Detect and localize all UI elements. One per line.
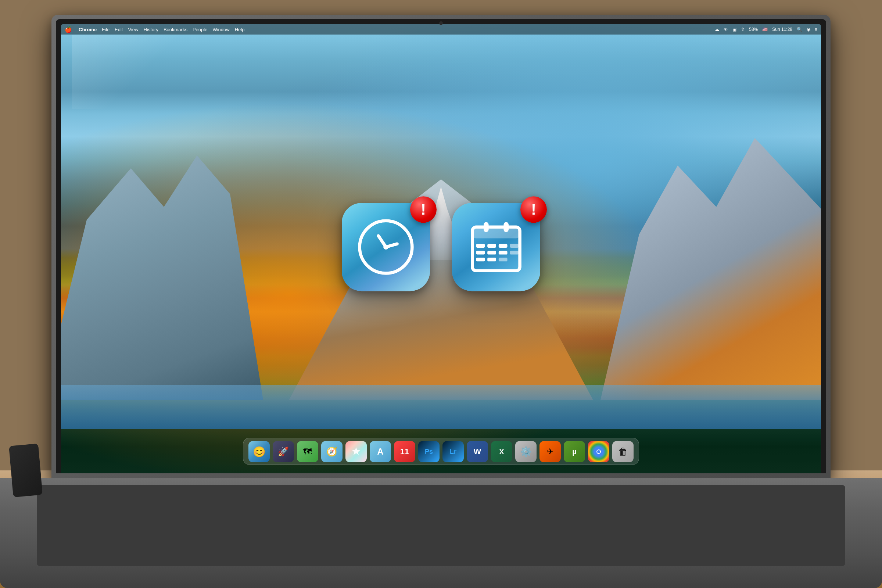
airdrop-icon[interactable]: 👁	[724, 27, 728, 32]
dock: 😊 🚀 🗺 🧭	[243, 438, 639, 465]
menu-help[interactable]: Help	[235, 27, 245, 32]
clock-app-icon[interactable]: !	[342, 203, 430, 291]
svg-rect-18	[499, 258, 507, 261]
screen: 🍎 Chrome File Edit View History Bookmark…	[61, 24, 821, 473]
svg-rect-6	[484, 222, 489, 232]
dock-system-prefs[interactable]: ⚙️	[515, 441, 537, 462]
svg-rect-8	[476, 244, 485, 248]
dock-maps[interactable]: 🗺	[297, 441, 318, 462]
mirroring-icon[interactable]: ▣	[732, 27, 736, 32]
app-name[interactable]: Chrome	[79, 27, 97, 32]
camera	[439, 21, 443, 25]
dock-finder[interactable]: 😊	[248, 441, 270, 462]
menu-view[interactable]: View	[128, 27, 138, 32]
svg-rect-17	[487, 258, 496, 261]
keyboard[interactable]	[37, 485, 845, 566]
calendar-notification-badge: !	[520, 196, 547, 223]
calendar-app-icon[interactable]: !	[452, 203, 540, 291]
dock-launchpad[interactable]: 🚀	[273, 441, 294, 462]
dock-excel[interactable]: X	[491, 441, 512, 462]
dock-photoshop[interactable]: Ps	[418, 441, 440, 462]
dock-calendar[interactable]: 11	[394, 441, 415, 462]
svg-rect-5	[472, 227, 520, 238]
svg-rect-9	[487, 244, 496, 248]
mountain-left	[61, 142, 263, 400]
menu-right: ☁ 👁 ▣ ⇧ 58% 🇺🇸 Sun 11:28 🔍 ◉ ≡	[715, 27, 818, 32]
menu-people[interactable]: People	[193, 27, 207, 32]
dock-safari[interactable]: 🧭	[321, 441, 342, 462]
wifi-icon[interactable]: ⇧	[741, 27, 744, 32]
dock-transit[interactable]: ✈	[540, 441, 561, 462]
apple-menu[interactable]: 🍎	[64, 26, 72, 33]
dock-appstore[interactable]: A	[370, 441, 391, 462]
dock-area: 😊 🚀 🗺 🧭	[61, 429, 821, 473]
control-center-icon[interactable]: ≡	[815, 27, 818, 32]
app-icons-overlay: !	[342, 203, 540, 291]
menu-history[interactable]: History	[143, 27, 158, 32]
menu-left: 🍎 Chrome File Edit View History Bookmark…	[64, 26, 244, 33]
mountain-right	[600, 124, 821, 400]
svg-rect-11	[510, 244, 519, 248]
laptop-body: 🍎 Chrome File Edit View History Bookmark…	[51, 15, 831, 478]
laptop-keyboard-area	[0, 478, 882, 588]
siri-icon[interactable]: ◉	[807, 27, 810, 32]
calendar-svg	[465, 216, 527, 278]
lake	[61, 385, 821, 429]
clock-notification-badge: !	[410, 196, 436, 223]
dock-word[interactable]: W	[467, 441, 488, 462]
svg-rect-10	[499, 244, 507, 248]
svg-point-3	[383, 244, 388, 249]
dock-lightroom[interactable]: Lr	[442, 441, 464, 462]
svg-point-22	[597, 450, 600, 453]
menu-bookmarks[interactable]: Bookmarks	[164, 27, 188, 32]
menu-file[interactable]: File	[102, 27, 110, 32]
time-display: Sun 11:28	[772, 27, 792, 32]
svg-rect-12	[476, 250, 485, 254]
clock-svg	[355, 216, 417, 278]
svg-rect-14	[499, 250, 507, 254]
screen-bezel: 🍎 Chrome File Edit View History Bookmark…	[56, 19, 826, 473]
upload-icon[interactable]: ☁	[715, 27, 719, 32]
phone-device	[9, 444, 43, 497]
menu-bar: 🍎 Chrome File Edit View History Bookmark…	[61, 24, 821, 34]
dock-photos[interactable]	[345, 441, 367, 462]
dock-utorrent[interactable]: µ	[564, 441, 585, 462]
svg-rect-15	[510, 250, 519, 254]
dock-chrome[interactable]	[588, 441, 609, 462]
dock-trash[interactable]: 🗑	[612, 441, 634, 462]
flag-icon[interactable]: 🇺🇸	[762, 27, 768, 32]
menu-window[interactable]: Window	[212, 27, 230, 32]
svg-rect-16	[476, 258, 485, 261]
search-icon[interactable]: 🔍	[797, 27, 802, 32]
battery-status: 58%	[749, 27, 758, 32]
svg-rect-7	[504, 222, 508, 232]
svg-rect-13	[487, 250, 496, 254]
menu-edit[interactable]: Edit	[115, 27, 123, 32]
